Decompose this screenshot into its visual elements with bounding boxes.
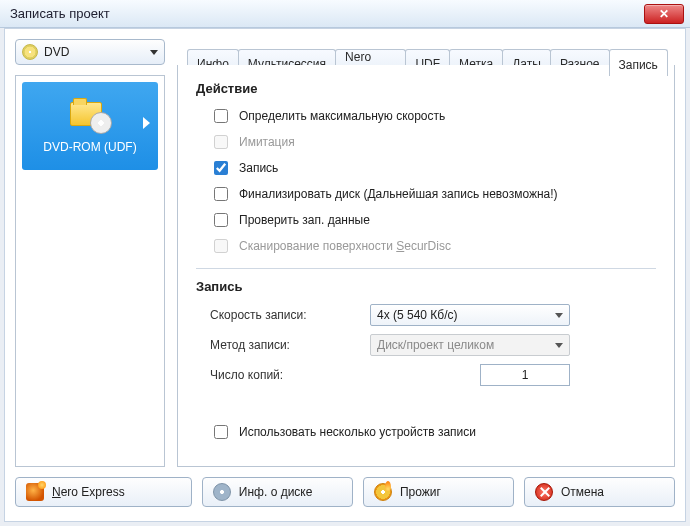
checkbox-securdisc [214,239,228,253]
nero-icon [26,483,44,501]
disc-icon [213,483,231,501]
checkbox-multi-devices[interactable] [214,425,228,439]
chevron-down-icon [555,343,563,348]
opt-label: Проверить зап. данные [239,213,370,227]
tab-burn[interactable]: Запись [609,49,668,76]
speed-label: Скорость записи: [210,308,370,322]
chevron-down-icon [555,313,563,318]
project-sidebar: DVD-ROM (UDF) [15,75,165,467]
top-row: DVD Инфо Мультисессия Nero DiscSpan UDF … [15,39,675,67]
folder-disc-icon [70,98,110,132]
opt-label: Использовать несколько устройств записи [239,425,476,439]
speed-value: 4x (5 540 Кб/с) [377,308,458,322]
cancel-button[interactable]: Отмена [524,477,675,507]
opt-label: Имитация [239,135,295,149]
close-button[interactable]: ✕ [644,4,684,24]
window-title: Записать проект [10,6,644,21]
opt-label: Запись [239,161,278,175]
checkbox-max-speed[interactable] [214,109,228,123]
title-bar: Записать проект ✕ [0,0,690,28]
speed-select[interactable]: 4x (5 540 Кб/с) [370,304,570,326]
opt-max-speed[interactable]: Определить максимальную скорость [210,106,656,126]
checkbox-simulate [214,135,228,149]
opt-verify[interactable]: Проверить зап. данные [210,210,656,230]
drive-label: DVD [44,45,69,59]
opt-securdisc-scan: Сканирование поверхности SecurDisc [210,236,656,256]
opt-simulate: Имитация [210,132,656,152]
section-title-burn: Запись [196,279,656,294]
button-label: Nero Express [52,485,125,499]
bottom-bar: Nero Express Инф. о диске Прожиг Отмена [15,477,675,511]
row-speed: Скорость записи: 4x (5 540 Кб/с) [210,304,656,326]
row-copies: Число копий: 1 [210,364,656,386]
checkbox-verify[interactable] [214,213,228,227]
checkbox-finalize[interactable] [214,187,228,201]
method-value: Диск/проект целиком [377,338,494,352]
row-method: Метод записи: Диск/проект целиком [210,334,656,356]
sidebar-item-dvdrom-udf[interactable]: DVD-ROM (UDF) [22,82,158,170]
opt-label: Сканирование поверхности SecurDisc [239,239,451,253]
method-label: Метод записи: [210,338,370,352]
button-label: Отмена [561,485,604,499]
burn-button[interactable]: Прожиг [363,477,514,507]
opt-burn[interactable]: Запись [210,158,656,178]
disc-info-button[interactable]: Инф. о диске [202,477,353,507]
method-select: Диск/проект целиком [370,334,570,356]
button-label: Инф. о диске [239,485,313,499]
close-icon: ✕ [659,7,669,21]
button-label: Прожиг [400,485,441,499]
dialog-frame: DVD Инфо Мультисессия Nero DiscSpan UDF … [4,28,686,522]
opt-label: Финализировать диск (Дальнейшая запись н… [239,187,558,201]
copies-label: Число копий: [210,368,370,382]
drive-selector[interactable]: DVD [15,39,165,65]
opt-multi-devices[interactable]: Использовать несколько устройств записи [210,422,656,442]
opt-finalize[interactable]: Финализировать диск (Дальнейшая запись н… [210,184,656,204]
opt-label: Определить максимальную скорость [239,109,445,123]
section-title-action: Действие [196,81,656,96]
nero-express-button[interactable]: Nero Express [15,477,192,507]
checkbox-burn[interactable] [214,161,228,175]
copies-input[interactable]: 1 [480,364,570,386]
chevron-down-icon [150,50,158,55]
burn-panel: Действие Определить максимальную скорост… [177,65,675,467]
cancel-icon [535,483,553,501]
sidebar-item-label: DVD-ROM (UDF) [43,140,136,154]
divider [196,268,656,269]
disc-icon [22,44,38,60]
chevron-right-icon [143,117,150,129]
burn-icon [374,483,392,501]
